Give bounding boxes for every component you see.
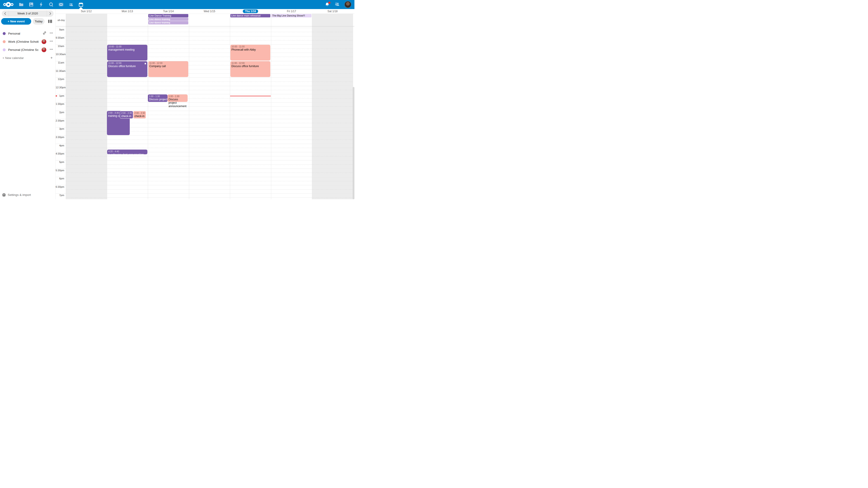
event-title: management meeting <box>108 48 147 52</box>
files-folder-icon[interactable] <box>19 0 24 9</box>
time-axis-label: 12pm <box>56 78 64 80</box>
event[interactable]: 1:00 - 1:30Discuss project announcement <box>167 94 188 102</box>
all-day-column[interactable] <box>66 14 107 26</box>
day-header-label[interactable]: Wed 1/15 <box>204 10 215 13</box>
time-axis-label: 2:30pm <box>56 119 64 122</box>
day-header[interactable]: Sun 1/12 <box>66 9 107 13</box>
calendar-name: Work (Christine Schott) <box>8 40 39 43</box>
day-header-label[interactable]: Tue 1/14 <box>163 10 174 13</box>
time-axis-label: 3pm <box>56 127 64 130</box>
contacts-icon[interactable] <box>69 0 73 9</box>
today-day-header[interactable]: Thu 1/16 <box>243 9 258 13</box>
time-grid[interactable]: 9am9:30am10am10:30am11am11:30am12pm12:30… <box>56 26 354 199</box>
time-axis-label: 11am <box>56 61 64 64</box>
all-day-column[interactable] <box>312 14 353 26</box>
more-options-icon[interactable] <box>50 39 53 44</box>
grid-line <box>56 77 353 78</box>
day-header-label[interactable]: Mon 1/13 <box>122 10 133 13</box>
grid-line <box>56 193 353 194</box>
grid-line <box>56 53 353 53</box>
event[interactable]: 11:00 - 12:00Company call <box>148 61 188 77</box>
calendar-icon[interactable] <box>79 0 83 9</box>
mail-icon[interactable] <box>59 0 63 9</box>
week-range-label[interactable]: Week 3 of 2020 <box>8 10 47 17</box>
event-time: 4:20 - 4:40 <box>108 150 147 153</box>
user-avatar[interactable] <box>344 1 351 8</box>
grid-line <box>56 86 353 86</box>
event[interactable]: 4:20 - 4:40purchasing dept conversation <box>107 150 147 154</box>
all-day-column[interactable] <box>107 14 148 26</box>
day-column[interactable] <box>312 26 353 199</box>
event[interactable]: 10:00 - 11:00management meeting <box>107 45 147 61</box>
sidebar-calendar-item[interactable]: Work (Christine Schott) <box>0 37 55 46</box>
day-header-label[interactable]: Sat 1/18 <box>328 10 338 13</box>
notification-badge <box>328 2 331 4</box>
grid-line <box>66 82 353 82</box>
today-button[interactable]: Today <box>33 18 44 25</box>
chevron-right-icon[interactable] <box>47 10 54 17</box>
contacts-menu-icon[interactable] <box>335 2 340 7</box>
event[interactable]: 2:00 - 2:30check-in <box>120 111 133 119</box>
grid-line <box>56 36 353 36</box>
all-day-event[interactable]: Line Dance Training <box>148 14 188 18</box>
photos-icon[interactable] <box>29 0 33 9</box>
day-header[interactable]: Fri 1/17 <box>271 9 312 13</box>
day-header-label[interactable]: Fri 1/17 <box>287 10 296 13</box>
day-header[interactable]: Mon 1/13 <box>107 9 148 13</box>
event[interactable]: 1:00 - 1:30Discuss project announcement <box>148 94 167 102</box>
week-view: Sun 1/12Mon 1/13Tue 1/14Wed 1/15Thu 1/16… <box>55 9 354 199</box>
calendar-list: PersonalWork (Christine Schott)Personal … <box>0 29 55 62</box>
all-day-label: all-day <box>56 14 65 26</box>
calendar-name: Personal (Christine Scho... <box>8 48 39 52</box>
event[interactable]: 10:00 - 11:00Phonecall with Abby <box>230 45 271 61</box>
day-header-label[interactable]: Sun 1/12 <box>81 10 92 13</box>
time-axis-label: 2pm <box>56 111 64 113</box>
event[interactable]: 11:00 - 12:00Discuss office furniture <box>230 61 271 77</box>
week-navigation: Week 3 of 2020 <box>2 10 54 17</box>
active-app-pointer <box>79 7 83 9</box>
day-header[interactable]: Sat 1/18 <box>312 9 353 13</box>
day-column[interactable] <box>148 26 189 199</box>
time-axis-label: 9am <box>56 28 64 31</box>
chevron-left-icon[interactable] <box>2 10 8 17</box>
grid-line <box>66 164 353 165</box>
grid-line <box>56 152 353 152</box>
all-day-event[interactable]: Line dance training <box>148 21 188 24</box>
day-header-row: Sun 1/12Mon 1/13Tue 1/14Wed 1/15Thu 1/16… <box>56 9 354 13</box>
new-calendar-button[interactable]: + New calendar+ <box>0 54 55 62</box>
day-column[interactable] <box>271 26 312 199</box>
settings-and-import[interactable]: Settings & import <box>0 191 55 198</box>
day-column[interactable] <box>66 26 107 199</box>
calendar-color-dot <box>3 32 6 35</box>
time-axis-label: 10am <box>56 45 64 47</box>
day-header[interactable]: Thu 1/16 <box>230 9 271 13</box>
time-axis-label: 5:30pm <box>56 169 64 172</box>
new-event-button[interactable]: + New event <box>1 18 31 25</box>
talk-icon[interactable] <box>49 0 53 9</box>
all-day-column[interactable] <box>189 14 230 26</box>
view-mode-columns-icon[interactable] <box>48 18 52 25</box>
all-day-event[interactable]: Line dance main rehearsal <box>230 14 271 18</box>
bell-icon[interactable] <box>325 2 330 7</box>
activity-icon[interactable] <box>39 0 43 9</box>
share-link-icon[interactable] <box>43 31 46 36</box>
event[interactable]: 11:00 - 12:00Discuss office furniture <box>107 61 147 77</box>
more-options-icon[interactable] <box>50 31 53 36</box>
all-day-event[interactable]: Line dance training <box>148 18 188 21</box>
time-axis-label: 4pm <box>56 144 64 147</box>
sidebar-calendar-item[interactable]: Personal <box>0 29 55 37</box>
day-header[interactable]: Tue 1/14 <box>148 9 189 13</box>
grid-line <box>66 189 353 190</box>
time-axis-label: 1:30pm <box>56 103 64 105</box>
more-options-icon[interactable] <box>50 47 53 52</box>
gear-icon <box>2 193 6 197</box>
all-day-event[interactable]: The Big Line Dancing Show!!! <box>271 14 311 18</box>
now-arrow-icon: ▶ <box>56 95 57 97</box>
event[interactable]: 2:00 - 2:30check-in <box>133 111 146 119</box>
vertical-scrollbar[interactable] <box>352 87 354 199</box>
day-column[interactable] <box>189 26 230 199</box>
day-header[interactable]: Wed 1/15 <box>189 9 230 13</box>
sidebar-calendar-item[interactable]: Personal (Christine Scho... <box>0 46 55 54</box>
nextcloud-logo[interactable] <box>3 2 14 7</box>
time-axis-label: 9:30am <box>56 36 64 39</box>
